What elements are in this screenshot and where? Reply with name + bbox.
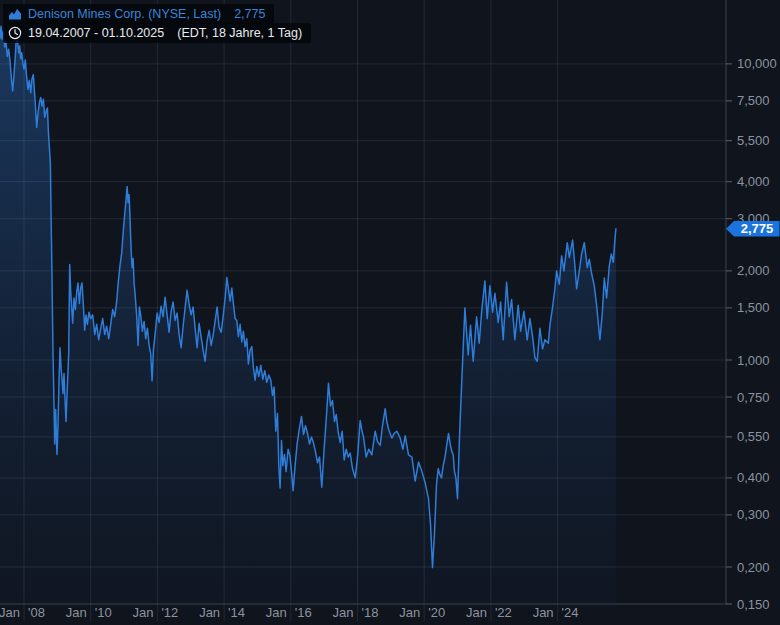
x-axis-labels[interactable]: Jan'08Jan'10Jan'12Jan'14Jan'16Jan'18Jan'… [0, 605, 579, 620]
y-tick-label: 0,300 [737, 507, 770, 522]
legend-range-label: 19.04.2007 - 01.10.2025 [28, 25, 164, 41]
y-tick-label: 0,200 [737, 560, 770, 575]
x-tick-label-month: Jan [533, 605, 554, 620]
x-tick-label-month: Jan [66, 605, 87, 620]
y-tick-label: 4,000 [737, 174, 770, 189]
y-tick-label: 10,000 [737, 56, 777, 71]
area-chart-icon [8, 7, 22, 21]
last-price-badge: 2,775 [726, 221, 780, 237]
x-tick-label-month: Jan [0, 605, 20, 620]
x-tick-label-month: Jan [466, 605, 487, 620]
x-tick-label-year: '18 [362, 605, 379, 620]
y-tick-label: 0,550 [737, 429, 770, 444]
x-tick-label-month: Jan [199, 605, 220, 620]
x-tick-label-month: Jan [399, 605, 420, 620]
x-tick-label-year: '08 [28, 605, 45, 620]
legend-last-value: 2,775 [234, 6, 265, 22]
x-tick-label-year: '16 [295, 605, 312, 620]
y-tick-label: 7,500 [737, 93, 770, 108]
x-tick-label-year: '24 [562, 605, 579, 620]
last-price-badge-label: 2,775 [741, 221, 774, 236]
y-tick-label: 5,500 [737, 133, 770, 148]
legend-instrument-row[interactable]: Denison Mines Corp. (NYSE, Last) 2,775 [3, 4, 274, 24]
y-tick-label: 1,500 [737, 300, 770, 315]
y-tick-label: 2,000 [737, 263, 770, 278]
x-tick-label-month: Jan [266, 605, 287, 620]
x-tick-label-month: Jan [132, 605, 153, 620]
chart-canvas[interactable]: 10,0007,5005,5004,0003,0002,0001,5001,00… [0, 0, 780, 625]
x-tick-label-year: '10 [95, 605, 112, 620]
clock-icon [8, 26, 22, 40]
y-tick-label: 0,150 [737, 597, 770, 612]
y-tick-label: 0,750 [737, 390, 770, 405]
y-axis-labels[interactable]: 10,0007,5005,5004,0003,0002,0001,5001,00… [726, 56, 777, 611]
legend-range-row: 19.04.2007 - 01.10.2025 (EDT, 18 Jahre, … [3, 23, 311, 43]
y-tick-label: 1,000 [737, 353, 770, 368]
x-tick-label-year: '22 [495, 605, 512, 620]
x-tick-label-year: '14 [228, 605, 245, 620]
x-tick-label-year: '12 [161, 605, 178, 620]
legend-instrument-label: Denison Mines Corp. (NYSE, Last) [28, 6, 221, 22]
x-tick-label-month: Jan [333, 605, 354, 620]
x-tick-label-year: '20 [428, 605, 445, 620]
legend-range-detail: (EDT, 18 Jahre, 1 Tag) [177, 25, 302, 41]
y-tick-label: 0,400 [737, 470, 770, 485]
chart-window: 10,0007,5005,5004,0003,0002,0001,5001,00… [0, 0, 780, 625]
